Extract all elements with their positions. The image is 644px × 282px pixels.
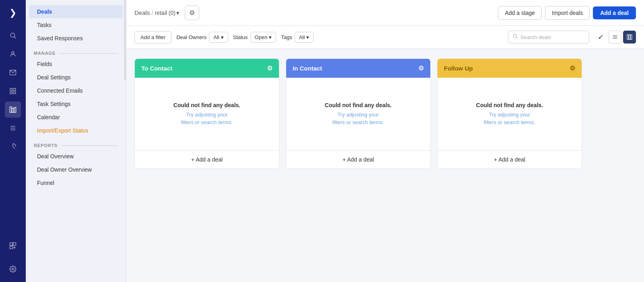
svg-rect-25 <box>627 35 629 39</box>
kanban-area: To Contact ⚙ Could not find any deals. T… <box>126 49 644 282</box>
kanban-column-follow-up: Follow Up ⚙ Could not find any deals. Tr… <box>437 58 582 169</box>
deal-owners-select[interactable]: All ▾ <box>209 32 228 43</box>
add-widget-icon[interactable] <box>5 238 21 254</box>
column-body-follow-up: Could not find any deals. Try adjusting … <box>438 78 582 150</box>
deal-owners-filter: Deal Owners All ▾ <box>176 32 228 43</box>
status-filter: Status Open ▾ <box>233 32 277 43</box>
chevron-down-icon: ▾ <box>176 10 179 16</box>
svg-rect-9 <box>12 108 14 112</box>
breadcrumb-dropdown-button[interactable]: retail (0) ▾ <box>155 10 179 16</box>
add-filter-button[interactable]: Add a filter <box>134 31 171 44</box>
column-body-to-contact: Could not find any deals. Try adjusting … <box>135 78 279 150</box>
kanban-view-button[interactable] <box>623 31 636 44</box>
pipeline-settings-button[interactable]: ⚙ <box>185 6 199 20</box>
column-header-to-contact: To Contact ⚙ <box>135 59 279 78</box>
add-deal-button-follow-up[interactable]: + Add a deal <box>438 151 582 168</box>
sidebar-inner: Deals Tasks Saved Responses MANAGE Field… <box>26 0 126 195</box>
svg-rect-4 <box>10 88 12 90</box>
empty-sub-to-contact: Try adjusting yourfilters or search term… <box>181 111 233 126</box>
app-logo-icon[interactable]: ❯ <box>5 5 21 21</box>
kanban-column-in-contact: In Contact ⚙ Could not find any deals. T… <box>286 58 431 169</box>
sidebar-item-deal-owner-overview[interactable]: Deal Owner Overview <box>29 163 123 176</box>
gear-icon: ⚙ <box>189 9 195 17</box>
column-body-in-contact: Could not find any deals. Try adjusting … <box>286 78 430 150</box>
kanban-column-to-contact: To Contact ⚙ Could not find any deals. T… <box>134 58 279 169</box>
sidebar-item-connected-emails[interactable]: Connected Emails <box>29 84 123 97</box>
column-settings-icon-in-contact[interactable]: ⚙ <box>418 64 424 72</box>
svg-rect-14 <box>10 243 13 246</box>
sidebar-item-calendar[interactable]: Calendar <box>29 111 123 124</box>
sidebar-scrollbar <box>124 0 126 81</box>
top-header: Deals / retail (0) ▾ ⚙ Add a stage Impor… <box>126 0 644 26</box>
sidebar-item-saved-responses[interactable]: Saved Responses <box>29 32 123 45</box>
tags-filter: Tags All ▾ <box>281 32 314 43</box>
svg-rect-10 <box>14 108 16 112</box>
sidebar-item-deal-settings[interactable]: Deal Settings <box>29 71 123 84</box>
svg-rect-26 <box>629 35 630 39</box>
empty-title-follow-up: Could not find any deals. <box>476 102 543 108</box>
svg-rect-27 <box>630 35 632 39</box>
breadcrumb-current: retail (0) ▾ <box>155 10 179 16</box>
empty-sub-in-contact: Try adjusting yourfilters or search term… <box>332 111 384 126</box>
sidebar-item-fields[interactable]: Fields <box>29 58 123 70</box>
empty-title-in-contact: Could not find any deals. <box>325 102 392 108</box>
empty-sub-follow-up: Try adjusting yourfilters or search term… <box>484 111 536 126</box>
deals-icon[interactable] <box>5 102 21 118</box>
search-icon[interactable] <box>5 27 21 44</box>
add-deal-button-in-contact[interactable]: + Add a deal <box>286 151 430 168</box>
svg-rect-8 <box>10 107 12 112</box>
svg-point-19 <box>12 268 14 270</box>
email-icon[interactable] <box>5 64 21 81</box>
tags-select[interactable]: All ▾ <box>295 32 314 43</box>
list-view-button[interactable] <box>609 31 621 44</box>
column-header-follow-up: Follow Up ⚙ <box>438 59 582 78</box>
chevron-down-icon: ▾ <box>269 34 272 40</box>
chevron-down-icon: ▾ <box>306 34 309 40</box>
view-icons: ✓ <box>594 31 636 44</box>
column-footer-follow-up: + Add a deal <box>438 150 582 168</box>
search-box <box>508 31 589 44</box>
sidebar-item-funnel[interactable]: Funnel <box>29 176 123 189</box>
svg-rect-6 <box>10 92 12 94</box>
svg-rect-15 <box>13 243 16 246</box>
svg-point-0 <box>10 33 15 37</box>
sidebar-item-task-settings[interactable]: Task Settings <box>29 97 123 110</box>
icon-rail: ❯ <box>0 0 26 282</box>
deal-owners-value: All <box>213 34 219 40</box>
settings-icon[interactable] <box>5 261 21 277</box>
tasks-list-icon[interactable] <box>5 120 21 136</box>
reports-icon[interactable] <box>5 83 21 99</box>
breadcrumb-base[interactable]: Deals <box>134 9 150 16</box>
column-title-to-contact: To Contact <box>141 65 172 72</box>
status-select[interactable]: Open ▾ <box>250 32 277 43</box>
column-settings-icon-to-contact[interactable]: ⚙ <box>267 64 272 72</box>
chevron-down-icon: ▾ <box>221 34 224 40</box>
add-deal-button[interactable]: Add a deal <box>593 6 636 19</box>
column-settings-icon-follow-up[interactable]: ⚙ <box>570 64 575 72</box>
breadcrumb: Deals / retail (0) ▾ <box>134 9 179 16</box>
sidebar-item-deal-overview[interactable]: Deal Overview <box>29 150 123 163</box>
breadcrumb-separator: / <box>151 9 153 16</box>
svg-line-21 <box>516 37 518 39</box>
main-content: Deals / retail (0) ▾ ⚙ Add a stage Impor… <box>126 0 644 282</box>
filter-bar: Add a filter Deal Owners All ▾ Status Op… <box>126 26 644 49</box>
sidebar-item-deals[interactable]: Deals <box>29 5 123 18</box>
import-deals-button[interactable]: Import deals <box>545 6 590 20</box>
chart-icon[interactable] <box>5 139 21 155</box>
sidebar-item-import-export[interactable]: Import/Export Status <box>29 124 123 137</box>
status-value: Open <box>255 34 268 40</box>
add-stage-button[interactable]: Add a stage <box>498 6 542 20</box>
reports-section-label: REPORTS <box>26 137 126 149</box>
check-view-button[interactable]: ✓ <box>594 31 607 44</box>
svg-rect-7 <box>14 92 16 94</box>
search-input[interactable] <box>520 34 585 40</box>
add-deal-button-to-contact[interactable]: + Add a deal <box>135 151 279 168</box>
sidebar: Deals Tasks Saved Responses MANAGE Field… <box>26 0 126 282</box>
sidebar-item-tasks[interactable]: Tasks <box>29 19 123 31</box>
svg-point-2 <box>12 52 14 54</box>
tags-label: Tags <box>281 34 292 40</box>
svg-rect-16 <box>10 246 13 249</box>
column-footer-to-contact: + Add a deal <box>135 150 279 168</box>
contacts-icon[interactable] <box>5 46 21 62</box>
deal-owners-label: Deal Owners <box>176 34 206 40</box>
